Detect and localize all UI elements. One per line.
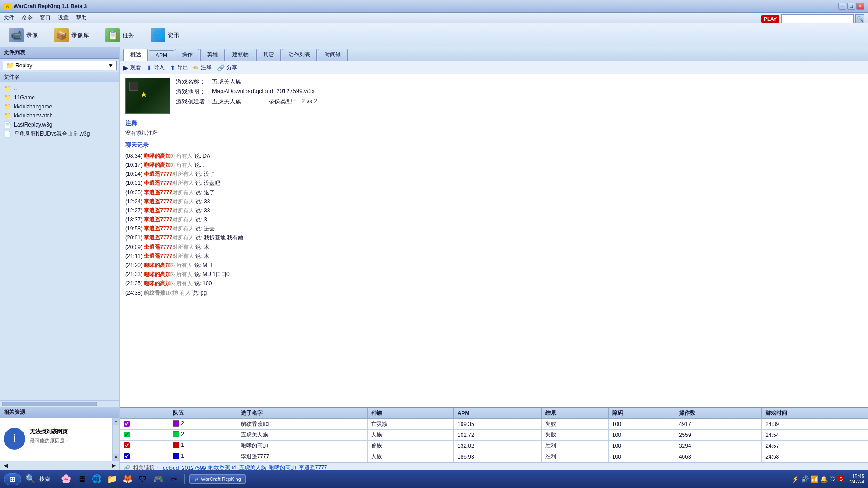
row-code: 100 xyxy=(608,441,675,451)
table-row[interactable]: 2 五虎关人族 人族 102.72 失败 100 2559 24:54 xyxy=(120,430,868,441)
taskbar-search-icon[interactable]: 🔍 xyxy=(24,473,37,485)
content-area: ★ 游戏名称： 五虎关人族 游戏地图： Maps\Download\qcloud… xyxy=(120,74,868,407)
tab-timeline[interactable]: 时间轴 xyxy=(318,49,348,61)
annotate-button[interactable]: ✏ 注释 xyxy=(193,64,212,71)
search-icon: 🔍 xyxy=(25,474,35,484)
search-input[interactable] xyxy=(781,14,854,23)
export-button[interactable]: ⬆ 导出 xyxy=(170,64,188,71)
import-button[interactable]: ⬇ 导入 xyxy=(146,64,165,71)
taskbar-cut-icon[interactable]: ✂ xyxy=(167,473,180,485)
resources-bottom: ◀ ▶ xyxy=(0,461,119,470)
link-player3[interactable]: 咆哮的高加 xyxy=(269,464,296,470)
tab-apm[interactable]: APM xyxy=(149,50,174,61)
record-icon: 📹 xyxy=(9,28,24,42)
tray-icon-3[interactable]: 🔔 xyxy=(820,475,828,483)
tray-icon-2[interactable]: 🔊 xyxy=(801,475,809,483)
window-controls: ─ □ ✕ xyxy=(838,3,864,10)
taskbar-shield-icon[interactable]: 🛡 xyxy=(137,473,149,485)
link-player1[interactable]: 豹纹香蕉ud xyxy=(208,464,236,470)
game-creator-label: 游戏创建者： xyxy=(176,98,212,106)
taskbar-folder-icon[interactable]: 📁 xyxy=(106,473,118,485)
menu-settings[interactable]: 设置 xyxy=(58,14,69,22)
list-item[interactable]: 📁 .. xyxy=(0,84,119,93)
clock-time: 15:45 xyxy=(850,474,864,479)
list-item[interactable]: 📁 11Game xyxy=(0,93,119,102)
table-row[interactable]: 2 豹纹香蕉ud 亡灵族 199.35 失败 100 4917 24:39 xyxy=(120,419,868,430)
tray-icon-1[interactable]: ⚡ xyxy=(792,475,799,483)
stats-body: 2 豹纹香蕉ud 亡灵族 199.35 失败 100 4917 24:39 2 … xyxy=(120,419,868,462)
chat-time: (10:24) xyxy=(125,171,144,177)
file-icon: 📄 xyxy=(4,121,11,128)
taskbar-game-icon[interactable]: 🎮 xyxy=(152,473,165,485)
list-item[interactable]: 📁 kkduizhanwatch xyxy=(0,111,119,120)
chat-time: (10:17) xyxy=(125,162,144,168)
row-result: 失败 xyxy=(541,430,608,441)
replay-dropdown-label: Replay xyxy=(15,62,32,69)
chat-time: (20:01) xyxy=(125,235,144,241)
row-check[interactable] xyxy=(120,451,169,462)
share-button[interactable]: 🔗 分享 xyxy=(217,64,237,71)
tab-other[interactable]: 其它 xyxy=(256,49,281,61)
link-player2[interactable]: 五虎关人族 xyxy=(239,464,266,470)
list-item[interactable]: 📄 乌龟臭脏NEUDvs混合山丘.w3g xyxy=(0,129,119,139)
close-button[interactable]: ✕ xyxy=(856,3,864,10)
tab-overview[interactable]: 概述 xyxy=(123,49,148,61)
tab-action-list[interactable]: 动作列表 xyxy=(282,49,317,61)
chat-line-11: (20:09) 李逍遥7777对所有人 说: 木 xyxy=(125,243,863,252)
resources-forward-button[interactable]: ▶ xyxy=(112,462,116,469)
link-player4[interactable]: 李逍遥7777 xyxy=(299,464,327,470)
menu-file[interactable]: 文件 xyxy=(4,14,14,22)
row-check[interactable] xyxy=(120,430,169,441)
toolbar-task-label: 任务 xyxy=(123,31,134,39)
toolbar-news-button[interactable]: 🌐 资讯 xyxy=(147,26,183,44)
menu-window[interactable]: 窗口 xyxy=(40,14,51,22)
toolbar-record-button[interactable]: 📹 录像 xyxy=(5,26,42,44)
row-check[interactable] xyxy=(120,441,169,451)
row-apm: 199.35 xyxy=(453,419,541,430)
taskbar-search-label[interactable]: 搜索 xyxy=(39,475,50,483)
tab-operations[interactable]: 操作 xyxy=(175,49,199,61)
tray-icon-s[interactable]: S xyxy=(838,476,844,482)
team-color-dot xyxy=(173,453,179,459)
toolbar-task-button[interactable]: 📋 任务 xyxy=(102,26,138,44)
tray-icon-wifi[interactable]: 📶 xyxy=(811,475,818,483)
tab-buildings[interactable]: 建筑物 xyxy=(226,49,255,61)
taskbar-flowers-icon[interactable]: 🌸 xyxy=(60,473,72,485)
start-button[interactable]: ⊞ xyxy=(4,473,21,485)
taskbar-app-repking[interactable]: ⚔ WarCraft RepKing xyxy=(189,474,246,484)
row-team: 2 xyxy=(169,419,237,430)
taskbar-explorer-icon[interactable]: 🖥 xyxy=(75,473,88,485)
chat-player: 李逍遥7777 xyxy=(144,235,172,241)
link-replay[interactable]: qcloud_20127599 xyxy=(163,465,206,470)
taskbar-firefox-icon[interactable]: 🦊 xyxy=(121,473,134,485)
chat-line-2: (10:17) 咆哮的高加对所有人 说: . xyxy=(125,161,863,169)
list-item[interactable]: 📄 LastReplay.w3g xyxy=(0,120,119,129)
row-name: 豹纹香蕉ud xyxy=(237,419,367,430)
resources-scrollbar[interactable]: ▲ ▼ xyxy=(112,418,119,461)
maximize-button[interactable]: □ xyxy=(847,3,855,10)
comment-text: 没有添加注释 xyxy=(125,129,863,137)
row-check[interactable] xyxy=(120,419,169,430)
resources-back-button[interactable]: ◀ xyxy=(4,462,8,469)
content-panel: 概述 APM 操作 英雄 建筑物 其它 动作列表 时间轴 ▶ 观看 ⬇ 导入 ⬆… xyxy=(120,47,868,470)
taskbar-ie-icon[interactable]: 🌐 xyxy=(90,473,103,485)
tab-heroes[interactable]: 英雄 xyxy=(200,49,225,61)
game-map-row: 游戏地图： Maps\Download\qcloud_20127599.w3x xyxy=(176,88,863,96)
menu-command[interactable]: 命令 xyxy=(22,14,33,22)
tray-icon-4[interactable]: 🛡 xyxy=(830,475,836,483)
search-button[interactable]: 🔍 xyxy=(855,14,864,23)
chat-line-9: (19:58) 李逍遥7777对所有人 说: 进去 xyxy=(125,225,863,233)
sidebar-scrollbar[interactable] xyxy=(0,400,119,407)
watch-button[interactable]: ▶ 观看 xyxy=(123,64,141,71)
minimize-button[interactable]: ─ xyxy=(838,3,846,10)
chat-msg: 说: MEI xyxy=(193,262,212,268)
list-item[interactable]: 📁 kkduizhangame xyxy=(0,102,119,111)
menu-help[interactable]: 帮助 xyxy=(76,14,87,22)
replay-dropdown[interactable]: 📁 Replay ▼ xyxy=(3,61,117,70)
chat-line-5: (10:35) 李逍遥7777对所有人 说: 退了 xyxy=(125,188,863,197)
chat-player: 李逍遥7777 xyxy=(144,189,172,196)
table-row[interactable]: 1 咆哮的高加 兽族 132.02 胜利 100 3294 24:57 xyxy=(120,441,868,451)
resources-content: i 无法找到该网页 最可能的原因是： ▲ ▼ xyxy=(0,418,119,461)
table-row[interactable]: 1 李逍遥7777 人族 186.93 胜利 100 4668 24:58 xyxy=(120,451,868,462)
toolbar-library-button[interactable]: 📦 录像库 xyxy=(51,26,93,44)
